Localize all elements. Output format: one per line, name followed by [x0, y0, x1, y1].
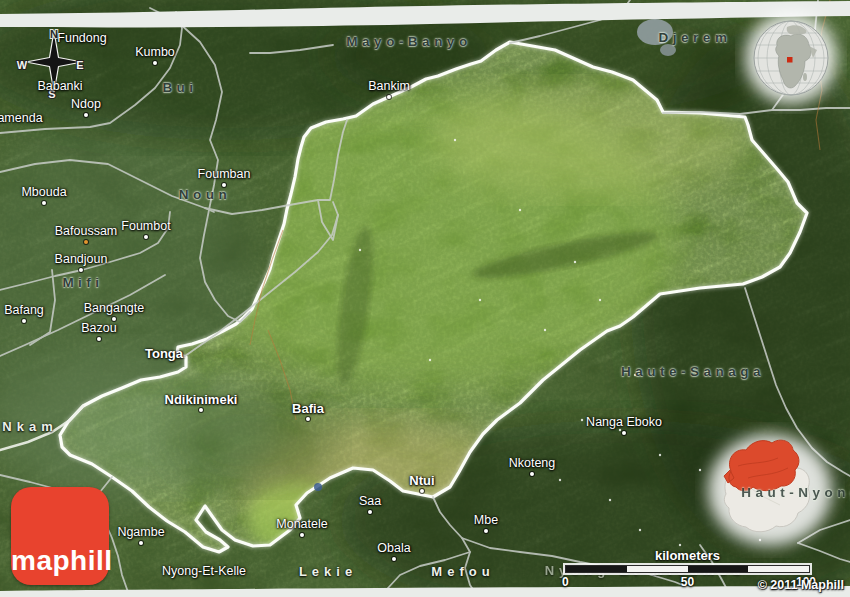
maphill-map-page: N W E S FundongKumboBabankiNdopamendaBui… — [0, 0, 850, 597]
maphill-logo[interactable]: maphill — [11, 487, 109, 585]
maphill-logo-text: maphill — [11, 545, 109, 577]
globe-marker — [787, 57, 793, 63]
region-locator-inset — [708, 434, 832, 546]
scale-segment — [688, 566, 749, 572]
compass-s: S — [48, 88, 55, 100]
scale-bar-unit-label: kilometers — [565, 548, 810, 563]
compass-e: E — [76, 59, 83, 71]
scale-tick-0: 0 — [562, 575, 569, 589]
compass-w: W — [17, 59, 28, 71]
satellite-map: N W E S — [0, 0, 850, 597]
scale-tick-50: 50 — [681, 575, 694, 589]
compass-n: N — [50, 28, 58, 40]
scale-segment — [566, 566, 627, 572]
copyright-notice: © 2011 Maphill — [758, 578, 844, 592]
scale-segment — [627, 566, 688, 572]
globe-locator-icon — [745, 12, 837, 104]
scale-segment — [748, 566, 809, 572]
scale-bar-segments — [565, 565, 810, 573]
